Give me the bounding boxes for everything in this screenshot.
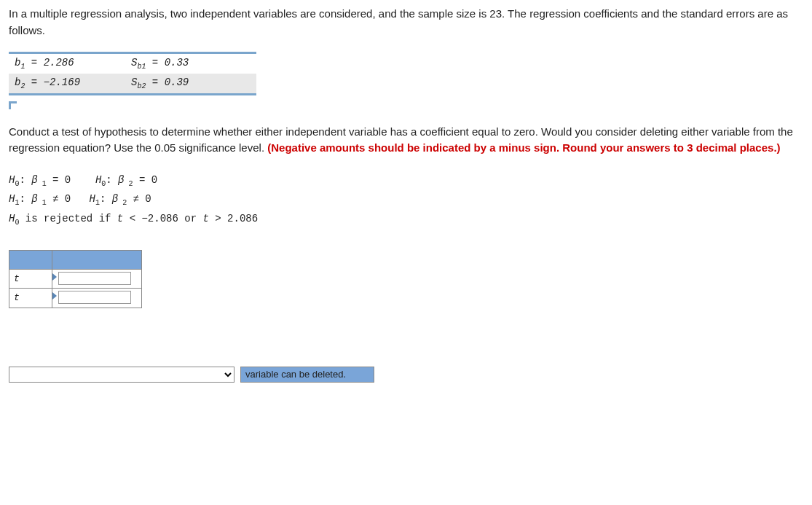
t-sym1: t bbox=[117, 213, 123, 224]
beta2a: β bbox=[118, 174, 124, 186]
beta2b-sub: 2 bbox=[118, 199, 127, 207]
eq0-1: = 0 bbox=[47, 174, 71, 186]
reject-prefix: is rejected if bbox=[19, 213, 117, 224]
b1-eq: = 2.286 bbox=[25, 57, 74, 68]
beta1b: β bbox=[31, 193, 37, 205]
colon4: : bbox=[100, 193, 112, 205]
conclusion-row: variable can be deleted. bbox=[9, 367, 803, 383]
beta2b: β bbox=[112, 193, 118, 205]
intro-text: In a multiple regression analysis, two i… bbox=[9, 6, 803, 39]
chevron-right-icon bbox=[52, 273, 57, 281]
conclusion-label: variable can be deleted. bbox=[240, 367, 374, 383]
t-label-1: t bbox=[9, 269, 52, 289]
sb1-eq: = 0.33 bbox=[146, 57, 189, 68]
eq0-2: = 0 bbox=[133, 174, 158, 186]
b2-eq: = −2.169 bbox=[25, 77, 80, 88]
h1-sym2: H bbox=[89, 193, 95, 205]
colon2: : bbox=[106, 174, 118, 186]
chevron-right-icon bbox=[52, 292, 57, 300]
frame-corner-decoration bbox=[9, 101, 17, 109]
instructions: Conduct a test of hypothesis to determin… bbox=[9, 124, 803, 157]
colon: : bbox=[19, 174, 31, 186]
t-input-2[interactable] bbox=[58, 291, 131, 304]
answer-table: t t bbox=[9, 250, 142, 308]
sb2-sub: b2 bbox=[137, 82, 146, 90]
gt-clause: > 2.086 bbox=[209, 213, 258, 224]
sb2-eq: = 0.39 bbox=[146, 77, 189, 88]
beta1a-sub: 1 bbox=[38, 179, 47, 187]
t-sym2: t bbox=[202, 213, 208, 224]
instructions-red: (Negative amounts should be indicated by… bbox=[267, 141, 780, 154]
t-input-1[interactable] bbox=[58, 272, 131, 285]
variable-select[interactable] bbox=[9, 367, 234, 383]
lt-clause: < −2.086 or bbox=[123, 213, 202, 224]
neq0-2: ≠ 0 bbox=[127, 193, 151, 205]
answer-row-1: t bbox=[9, 269, 142, 289]
t-label-2: t bbox=[9, 289, 52, 308]
answer-table-header bbox=[9, 250, 142, 269]
beta1b-sub: 1 bbox=[38, 199, 47, 207]
sb1-sub: b1 bbox=[137, 63, 146, 71]
colon3: : bbox=[19, 193, 31, 205]
hypotheses-block: H0: β 1 = 0 H0: β 2 = 0 H1: β 1 ≠ 0 H1: … bbox=[9, 171, 803, 230]
beta2a-sub: 2 bbox=[125, 179, 133, 187]
coefficients-box: b1 = 2.286 Sb1 = 0.33 b2 = −2.169 Sb2 = … bbox=[9, 52, 256, 95]
neq0-1: ≠ 0 bbox=[47, 193, 71, 205]
beta1a: β bbox=[31, 174, 37, 186]
answer-row-2: t bbox=[9, 289, 142, 308]
